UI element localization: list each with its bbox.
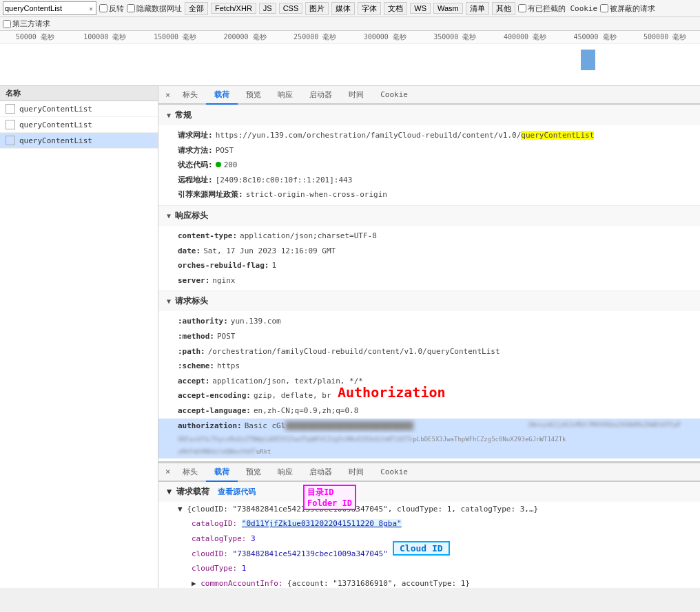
checkbox-hide-data-url[interactable]: 隐藏数据网址 (127, 3, 182, 14)
accept-key: accept: (178, 375, 209, 388)
tab-cookie-2[interactable]: Cookie (372, 464, 416, 481)
tab-close-1[interactable]: × (161, 87, 174, 103)
tab-payload-1[interactable]: 载荷 (206, 86, 238, 105)
path-key: :path: (178, 346, 205, 358)
filter-wasm[interactable]: Wasm (433, 3, 463, 14)
checkbox-reverse[interactable]: 反转 (99, 3, 124, 14)
accept-row: accept: application/json, text/plain, */… (158, 374, 700, 389)
tab-payload-2[interactable]: 载荷 (206, 463, 238, 482)
filter-js[interactable]: JS (259, 3, 276, 14)
tab-headers-2[interactable]: 标头 (174, 463, 206, 482)
auth-val-prefix: Basic cGl (245, 420, 286, 432)
section-request-headers[interactable]: 请求标头 (158, 291, 700, 311)
accept-encoding-row: accept-encoding: gzip, deflate, br (158, 388, 700, 403)
tab-initiator-2[interactable]: 启动器 (301, 463, 340, 482)
timeline-bars (0, 44, 700, 78)
tl-250000: 250000 毫秒 (280, 32, 350, 42)
tab-timing-1[interactable]: 时间 (340, 86, 372, 105)
auth-val-3b: uRkt (256, 447, 271, 456)
remote-val: [2409:8c10:c00:10f::1:201]:443 (216, 174, 353, 187)
tl-350000: 350000 毫秒 (420, 32, 491, 42)
content-type-row: content-type: application/json;charset=U… (158, 229, 700, 244)
filter-img[interactable]: 图片 (305, 2, 329, 15)
common-account-val: {account: "13731686910", accountType: 1} (287, 579, 470, 588)
cloud-id-val: "738482841ce542139cbec1009a347045" (233, 549, 388, 558)
tab-bar-2: × 标头 载荷 预览 响应 启动器 时间 Cookie (158, 463, 700, 482)
tl-100000: 100000 毫秒 (70, 32, 141, 42)
authorization-row: authorization: Basic cGl ███████████████… (158, 419, 700, 434)
status-key: 状态代码: (178, 159, 213, 171)
timeline-bar-1 (581, 50, 595, 70)
auth-val-blurred: ████████████████████████████ (285, 420, 528, 432)
filter-doc[interactable]: 文档 (384, 2, 407, 15)
tree-common-account: ▶ commonAccountInfo: {account: "13731686… (158, 576, 700, 588)
auth-val-end: 1NnxydUJjdUJzMUtfMVVVQUo2VGN4RkZ6WEhUTFp… (528, 420, 681, 432)
tab-bar-1: × 标头 载荷 预览 响应 启动器 时间 Cookie (158, 86, 700, 105)
auth-val-2: VDFackFScThycnRoUzZTNWpLbDE5X3JwaThpWFhC… (178, 434, 413, 444)
filter-css[interactable]: CSS (279, 3, 303, 14)
toolbar: ✕ 反转 隐藏数据网址 全部 Fetch/XHR JS CSS 图片 媒体 字体… (0, 0, 700, 17)
view-source-link[interactable]: 查看源代码 (218, 487, 256, 497)
req-method-val: POST (217, 330, 236, 343)
referrer-val: strict-origin-when-cross-origin (246, 189, 387, 201)
checkbox-blocked-cookie[interactable]: 有已拦截的 Cookie (518, 3, 597, 14)
auth-key: authorization: (178, 420, 242, 432)
url-key: 请求网址: (178, 129, 213, 142)
date-key: date: (178, 245, 200, 257)
catalog-type-val: 3 (251, 534, 256, 543)
accept-language-row: accept-language: en,zh-CN;q=0.9,zh;q=0.8 (158, 403, 700, 419)
tree-catalog-id: catalogID: "0d11YjfZk1ue0312022041511220… (158, 516, 700, 531)
checkbox-third-party[interactable]: 第三方请求 (3, 19, 697, 29)
tab-initiator-1[interactable]: 启动器 (301, 86, 340, 105)
list-item-selected[interactable]: queryContentList (0, 133, 158, 149)
tl-400000: 400000 毫秒 (490, 32, 560, 42)
filter-other[interactable]: 其他 (492, 2, 515, 15)
referrer-row: 引荐来源网址政策: strict-origin-when-cross-origi… (158, 187, 700, 202)
url-row: 请求网址: https://yun.139.com/orchestration/… (158, 128, 700, 143)
authority-val: yun.139.com (231, 315, 281, 328)
remote-key: 远程地址: (178, 174, 213, 187)
search-box[interactable]: ✕ (3, 1, 96, 15)
general-content: 请求网址: https://yun.139.com/orchestration/… (158, 125, 700, 205)
authorization-row-2: VDFackFScThycnRoUzZTNWpLbDE5X3JwaThpWFhC… (158, 433, 700, 445)
accept-encoding-key: accept-encoding: (178, 390, 251, 402)
accept-val: application/json, text/plain, */* (212, 375, 363, 388)
section-response-headers[interactable]: 响应标头 (158, 205, 700, 226)
item-name: queryContentList (19, 105, 92, 114)
tab-preview-1[interactable]: 预览 (238, 86, 269, 105)
authorization-row-3: uRkFmbVN0dzlmQWwxYmVT uRkt (158, 445, 700, 458)
path-val: /orchestration/familyCloud-rebuild/conte… (208, 346, 500, 358)
tab-headers-1[interactable]: 标头 (174, 86, 206, 105)
remote-row: 远程地址: [2409:8c10:c00:10f::1:201]:443 (158, 173, 700, 188)
filter-fetch-xhr[interactable]: Fetch/XHR (211, 3, 256, 14)
list-item[interactable]: queryContentList (0, 101, 158, 117)
filter-media[interactable]: 媒体 (331, 2, 355, 15)
section-general[interactable]: 常规 (158, 105, 700, 125)
server-val: nginx (212, 275, 235, 287)
tab-response-2[interactable]: 响应 (269, 463, 301, 482)
tab-timing-2[interactable]: 时间 (340, 463, 372, 482)
auth-val-3: uRkFmbVN0dzlmQWwxYmVT (178, 447, 256, 456)
item-name: queryContentList (19, 136, 92, 145)
tab-cookie-1[interactable]: Cookie (372, 87, 416, 104)
checkbox-blocked-req[interactable]: 被屏蔽的请求 (600, 3, 655, 14)
filter-manifest[interactable]: 清单 (466, 2, 489, 15)
list-item[interactable]: queryContentList (0, 117, 158, 133)
auth-val-2b: pLbDE5X3JwaThpWFhCZzg5c0NuX293eGJnWT14ZT… (413, 434, 566, 444)
tab-close-2[interactable]: × (161, 464, 174, 479)
tree-cloud-type: cloudType: 1 (158, 561, 700, 576)
filter-all[interactable]: 全部 (185, 2, 208, 15)
content-type-key: content-type: (178, 230, 237, 242)
search-clear-icon[interactable]: ✕ (88, 5, 94, 12)
tab-response-1[interactable]: 响应 (269, 86, 301, 105)
filter-font[interactable]: 字体 (358, 2, 381, 15)
search-input[interactable] (5, 4, 88, 12)
tl-500000: 500000 毫秒 (630, 32, 700, 42)
status-dot (216, 162, 221, 167)
content-type-val: application/json;charset=UTF-8 (240, 230, 377, 242)
list-header: 名称 (0, 86, 158, 101)
panel2: × 标头 载荷 预览 响应 启动器 时间 Cookie ▼ 请求载荷 查看源代码… (158, 461, 700, 588)
tab-preview-2[interactable]: 预览 (238, 463, 269, 482)
timeline: 50000 毫秒 100000 毫秒 150000 毫秒 200000 毫秒 2… (0, 31, 700, 86)
filter-ws[interactable]: WS (410, 3, 431, 14)
